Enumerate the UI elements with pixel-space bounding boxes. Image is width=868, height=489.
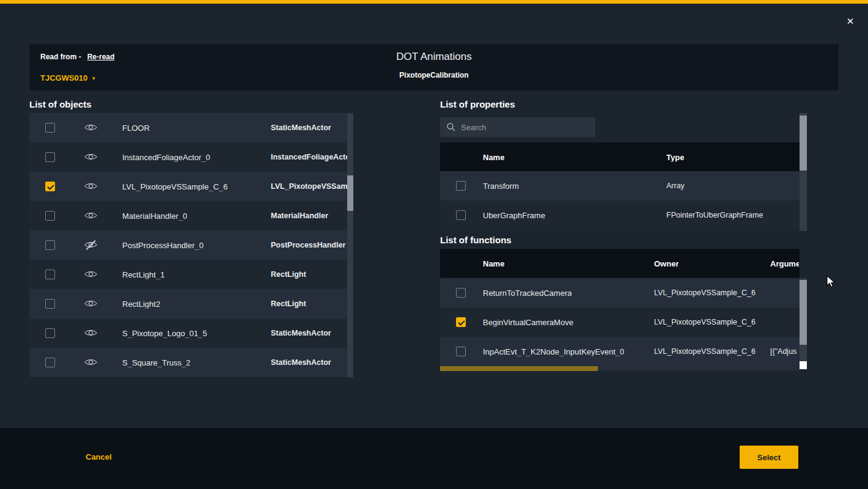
properties-table: Name Type Transform Array UberGraphFrame… [440,142,800,230]
row-checkbox[interactable] [456,288,466,298]
table-row[interactable]: RectLight_1 RectLight [29,260,353,289]
object-name: S_Square_Truss_2 [122,358,191,367]
object-name: MaterialHandler_0 [122,211,187,221]
visibility-eye-icon[interactable] [86,181,97,192]
visibility-eye-icon[interactable] [86,328,97,339]
properties-table-header: Name Type [440,142,800,171]
row-checkbox[interactable] [45,211,55,221]
function-arguments: [{"Adjus [770,347,798,356]
table-row[interactable]: ReturnToTrackedCamera LVL_PixotopeVSSamp… [440,278,800,307]
object-type: StaticMeshActor [271,358,349,367]
object-name: LVL_PixotopeVSSample_C_6 [122,182,228,191]
dialog-footer: Cancel Select [0,428,868,489]
properties-scrollbar[interactable] [800,113,807,231]
object-type: StaticMeshActor [271,329,349,337]
visibility-eye-icon[interactable] [86,357,97,368]
table-row[interactable]: LVL_PixotopeVSSample_C_6 LVL_PixotopeVSS… [29,172,353,201]
column-header-name: Name [483,259,504,268]
column-header-name: Name [483,152,504,161]
scrollbar-thumb[interactable] [800,116,807,171]
page-subtitle: PixotopeCalibration [29,71,839,79]
select-button[interactable]: Select [740,446,798,469]
object-name: InstancedFoliageActor_0 [122,153,210,162]
visibility-eye-icon[interactable] [86,210,97,221]
column-header-arguments: Arguments [770,259,799,268]
table-row[interactable]: InpActEvt_T_K2Node_InputKeyEvent_0 LVL_P… [440,337,800,366]
column-header-type: Type [666,152,684,161]
table-row[interactable]: Transform Array [440,171,800,200]
function-name: BeginVirtualCameraMove [483,318,573,327]
functions-horizontal-scrollbar[interactable] [440,366,800,371]
table-row[interactable]: RectLight2 RectLight [29,289,353,318]
functions-table-header: Name Owner Arguments [440,249,800,278]
objects-table: FLOOR StaticMeshActor InstancedFoliageAc… [29,113,353,377]
close-button[interactable]: ✕ [842,13,858,29]
object-type: RectLight [271,300,349,308]
row-checkbox[interactable] [45,240,55,250]
row-checkbox[interactable] [45,299,55,309]
close-icon: ✕ [847,16,855,26]
scrollbar-thumb[interactable] [800,280,807,345]
properties-search[interactable] [440,117,595,137]
column-header-owner: Owner [654,259,679,268]
table-row[interactable]: FLOOR StaticMeshActor [29,113,353,142]
dialog-header: Read from -Re-read TJCGWS010▼ DOT Animat… [29,44,839,90]
mouse-cursor [825,275,837,289]
accent-top-bar [0,0,868,4]
object-name: S_Pixotope_Logo_01_5 [122,329,207,338]
table-row[interactable]: InstancedFoliageActor_0 InstancedFoliage… [29,142,353,172]
function-owner: LVL_PixotopeVSSample_C_6 [654,318,756,326]
visibility-eye-icon[interactable] [86,122,97,133]
visibility-eye-icon[interactable] [86,298,97,309]
object-type: RectLight [271,270,349,279]
table-row[interactable]: S_Pixotope_Logo_01_5 StaticMeshActor [29,318,353,348]
table-row[interactable]: BeginVirtualCameraMove LVL_PixotopeVSSam… [440,307,800,337]
functions-panel-title: List of functions [440,235,512,245]
table-row[interactable]: UberGraphFrame FPointerToUberGraphFrame [440,200,800,230]
row-checkbox[interactable] [45,358,55,367]
row-checkbox[interactable] [456,317,466,327]
object-name: FLOOR [122,123,150,133]
function-name: InpActEvt_T_K2Node_InputKeyEvent_0 [483,347,624,356]
scrollbar-thumb[interactable] [440,366,598,371]
object-type: StaticMeshActor [271,123,349,132]
property-type: FPointerToUberGraphFrame [666,211,763,219]
functions-table: Name Owner Arguments ReturnToTrackedCame… [440,249,800,366]
visibility-eye-off-icon[interactable] [86,240,97,251]
row-checkbox[interactable] [45,270,55,279]
search-input[interactable] [461,123,589,132]
function-owner: LVL_PixotopeVSSample_C_6 [654,289,756,297]
function-owner: LVL_PixotopeVSSample_C_6 [654,347,756,356]
objects-panel-title: List of objects [29,99,92,109]
row-checkbox[interactable] [45,123,55,133]
functions-scrollbar[interactable] [800,278,807,361]
row-checkbox[interactable] [456,210,466,220]
row-checkbox[interactable] [45,328,55,338]
function-name: ReturnToTrackedCamera [483,289,572,298]
search-icon [446,122,456,132]
row-checkbox[interactable] [456,181,466,191]
row-checkbox[interactable] [45,182,55,191]
property-name: Transform [483,182,519,191]
object-type: MaterialHandler [271,211,349,220]
page-title: DOT Animations [29,51,839,63]
property-name: UberGraphFrame [483,211,545,220]
property-type: Array [666,182,685,190]
cancel-button[interactable]: Cancel [86,452,112,461]
table-row[interactable]: PostProcessHandler_0 PostProcessHandler [29,230,353,260]
visibility-eye-icon[interactable] [86,269,97,280]
object-name: RectLight2 [122,300,160,309]
objects-scrollbar[interactable] [347,113,353,377]
row-checkbox[interactable] [45,152,55,162]
table-row[interactable]: MaterialHandler_0 MaterialHandler [29,201,353,230]
table-row[interactable]: S_Square_Truss_2 StaticMeshActor [29,348,353,377]
scrollbar-thumb[interactable] [347,175,353,211]
object-type: LVL_PixotopeVSSample_C [271,182,349,191]
object-name: PostProcessHandler_0 [122,241,204,250]
object-name: RectLight_1 [122,270,164,279]
visibility-eye-icon[interactable] [86,152,97,163]
object-type: InstancedFoliageActor [271,153,349,161]
scrollbar-corner [800,361,807,369]
properties-panel-title: List of properties [440,99,515,109]
row-checkbox[interactable] [456,347,466,356]
